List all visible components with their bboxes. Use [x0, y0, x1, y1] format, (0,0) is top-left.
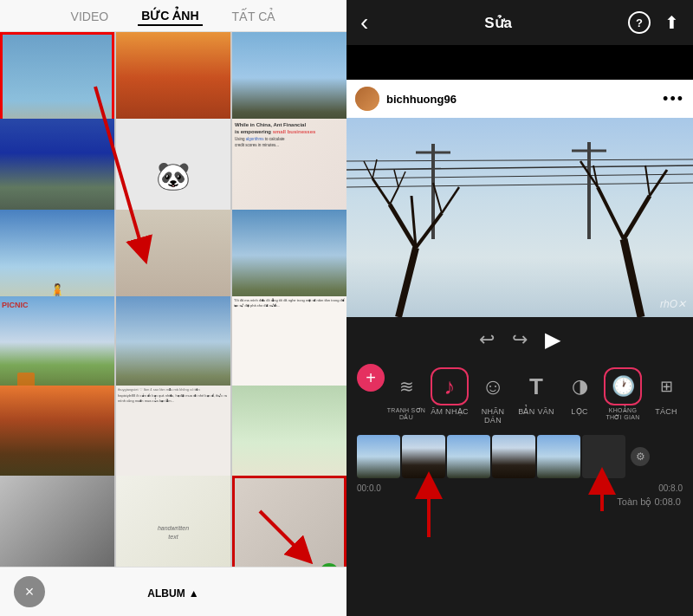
- tool-sticker[interactable]: ☺ NHÃN DÁN: [471, 362, 515, 428]
- post-more-button[interactable]: •••: [663, 90, 684, 108]
- filmstrip-thumb-2[interactable]: [402, 435, 445, 478]
- photo-cell-18[interactable]: ✓: [232, 476, 346, 567]
- tab-photos[interactable]: BỨC ẢNH: [138, 7, 202, 26]
- photo-cell-17[interactable]: handwrittentext: [116, 476, 230, 567]
- post-username: bichhuong96: [386, 93, 457, 106]
- bottom-bar: × ALBUM ▲: [0, 567, 346, 616]
- filmstrip-thumb-3[interactable]: [447, 435, 490, 478]
- tool-timer[interactable]: 🕐 KHOẢNG THỜI GIAN: [601, 362, 644, 425]
- sticker-icon: ☺: [474, 367, 512, 405]
- photo-cell-16[interactable]: [0, 476, 114, 567]
- timeline-controls: ↩ ↪ ▶: [350, 324, 690, 359]
- help-button[interactable]: ?: [628, 11, 651, 34]
- music-icon-wrap: ♪: [431, 367, 469, 405]
- time-start: 00:0.0: [357, 483, 381, 493]
- filmstrip-thumb-1[interactable]: [357, 435, 400, 478]
- filmstrip-thumb-5[interactable]: [537, 435, 580, 478]
- tool-texture[interactable]: ≋ TRANH SƠN DẦU: [385, 362, 428, 425]
- filter-label: LỌC: [571, 407, 587, 416]
- tool-music[interactable]: ♪ ÂM NHẠC: [428, 362, 471, 419]
- tool-split[interactable]: ⊞ TÁCH: [644, 362, 686, 419]
- split-label: TÁCH: [655, 407, 677, 416]
- tool-text[interactable]: T BẢN VĂN: [515, 362, 558, 419]
- total-bar: Toàn bộ 0:08.0: [350, 495, 690, 511]
- play-button[interactable]: ▶: [545, 327, 560, 352]
- music-label: ÂM NHẠC: [431, 407, 469, 416]
- time-end: 00:8.0: [658, 483, 683, 493]
- split-icon: ⊞: [647, 367, 685, 405]
- tool-filter[interactable]: ◑ LỌC: [558, 362, 601, 419]
- timer-icon-wrap: 🕐: [604, 367, 642, 405]
- timer-label: KHOẢNG THỜI GIAN: [603, 407, 643, 421]
- tool-row: ≋ TRANH SƠN DẦU ♪ ÂM NHẠC ☺ NHÃN DÁN T B…: [385, 359, 686, 431]
- total-label: Toàn bộ 0:08.0: [617, 496, 681, 508]
- undo-button[interactable]: ↩: [479, 328, 495, 351]
- text-icon: T: [517, 367, 555, 405]
- texture-icon: ≋: [387, 367, 425, 405]
- back-button[interactable]: ‹: [360, 9, 368, 36]
- tab-video[interactable]: VIDEO: [68, 8, 113, 25]
- photo-grid: ▶ 0:15 🐼 While in China, Ant Financialis…: [0, 32, 346, 567]
- filmstrip: ⚙: [350, 431, 690, 482]
- filmstrip-thumb-4[interactable]: [492, 435, 535, 478]
- post-preview: bichhuong96 •••: [346, 80, 693, 317]
- tab-all[interactable]: TẤT CẢ: [229, 8, 280, 25]
- filter-icon: ◑: [560, 367, 599, 405]
- checkmark-18[interactable]: ✓: [320, 563, 339, 567]
- editor-header: ‹ Sửa ? ⬆: [346, 0, 693, 45]
- filmstrip-more[interactable]: [582, 435, 625, 478]
- close-button[interactable]: ×: [14, 576, 45, 607]
- tab-bar: VIDEO BỨC ẢNH TẤT CẢ: [0, 0, 346, 32]
- watermark: rhO✕: [660, 298, 686, 310]
- sticker-label: NHÃN DÁN: [473, 407, 513, 425]
- share-button[interactable]: ⬆: [664, 12, 679, 33]
- album-button[interactable]: ALBUM ▲: [147, 585, 198, 600]
- editor-title: Sửa: [484, 14, 512, 32]
- preview-black-bar: [346, 45, 693, 80]
- post-avatar: [355, 87, 379, 111]
- plus-button[interactable]: +: [357, 364, 385, 392]
- post-header: bichhuong96 •••: [346, 80, 693, 118]
- tools-container: + ≋ TRANH SƠN DẦU ♪ ÂM NHẠC ☺ NHÃN DÁN: [350, 359, 690, 431]
- texture-label: TRANH SƠN DẦU: [386, 407, 426, 421]
- edit-toolbar: ↩ ↪ ▶ + ≋ TRANH SƠN DẦU ♪ ÂM NHẠC: [346, 317, 693, 515]
- post-image: rhO✕: [346, 118, 693, 317]
- text-label: BẢN VĂN: [518, 407, 554, 416]
- filmstrip-gear[interactable]: ⚙: [631, 447, 650, 466]
- redo-button[interactable]: ↪: [512, 328, 528, 351]
- time-bar: 00:0.0 00:8.0: [350, 482, 690, 495]
